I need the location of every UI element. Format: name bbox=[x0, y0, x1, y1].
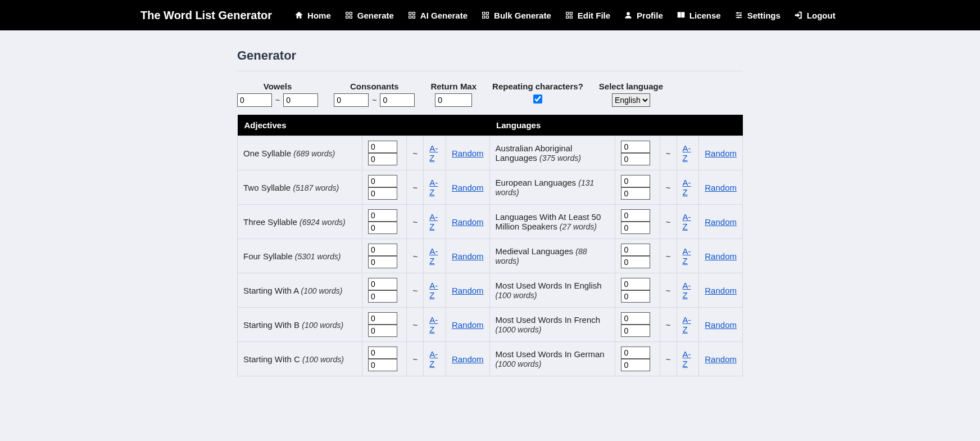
az-link[interactable]: A-Z bbox=[429, 178, 438, 197]
az-link[interactable]: A-Z bbox=[429, 212, 438, 231]
word-count: (100 words) bbox=[496, 291, 537, 300]
right-max-input[interactable] bbox=[621, 325, 650, 337]
nav-home[interactable]: Home bbox=[294, 11, 331, 20]
az-link[interactable]: A-Z bbox=[683, 281, 691, 300]
nav-edit-file[interactable]: Edit File bbox=[565, 11, 610, 20]
word-count: (1000 words) bbox=[496, 359, 542, 368]
left-max-input[interactable] bbox=[368, 256, 397, 268]
left-min-input[interactable] bbox=[368, 312, 397, 325]
left-min-input[interactable] bbox=[368, 175, 397, 187]
right-max-input[interactable] bbox=[621, 222, 650, 234]
az-link[interactable]: A-Z bbox=[683, 178, 691, 197]
row-name: Starting With A (100 words) bbox=[238, 273, 362, 308]
az-link[interactable]: A-Z bbox=[683, 315, 691, 334]
right-max-input[interactable] bbox=[621, 359, 650, 371]
filter-language: Select language English bbox=[599, 82, 663, 107]
row-name: Starting With B (100 words) bbox=[238, 308, 362, 342]
return-max-input[interactable] bbox=[435, 93, 472, 107]
cog-icon bbox=[565, 11, 574, 20]
svg-point-3 bbox=[737, 17, 739, 19]
left-min-input[interactable] bbox=[368, 141, 397, 153]
row-name: Most Used Words In German (1000 words) bbox=[489, 342, 615, 376]
logout-icon bbox=[794, 11, 803, 20]
random-link[interactable]: Random bbox=[452, 183, 484, 192]
range-cell bbox=[362, 342, 407, 376]
right-min-input[interactable] bbox=[621, 141, 650, 153]
right-max-input[interactable] bbox=[621, 290, 650, 303]
category-name: Starting With A bbox=[243, 286, 298, 295]
right-max-input[interactable] bbox=[621, 187, 650, 200]
random-link[interactable]: Random bbox=[452, 354, 484, 364]
az-link[interactable]: A-Z bbox=[683, 246, 691, 266]
range-cell bbox=[615, 239, 660, 273]
table-row: Three Syllable (6924 words) ~ A-Z Random… bbox=[238, 205, 743, 239]
random-link[interactable]: Random bbox=[705, 320, 737, 330]
row-name: Four Syllable (5301 words) bbox=[238, 239, 362, 273]
right-max-input[interactable] bbox=[621, 153, 650, 165]
random-link[interactable]: Random bbox=[705, 148, 737, 158]
left-max-input[interactable] bbox=[368, 187, 397, 200]
right-min-input[interactable] bbox=[621, 175, 650, 187]
left-max-input[interactable] bbox=[368, 359, 397, 371]
language-select[interactable]: English bbox=[612, 93, 650, 107]
tilde-cell: ~ bbox=[660, 136, 677, 170]
random-link[interactable]: Random bbox=[705, 354, 737, 364]
home-icon bbox=[294, 11, 303, 20]
az-link[interactable]: A-Z bbox=[683, 212, 691, 231]
az-link[interactable]: A-Z bbox=[683, 143, 691, 163]
right-max-input[interactable] bbox=[621, 256, 650, 268]
consonants-min-input[interactable] bbox=[334, 93, 369, 107]
nav-ai-generate[interactable]: AI Generate bbox=[407, 11, 468, 20]
random-link[interactable]: Random bbox=[452, 251, 484, 261]
left-min-input[interactable] bbox=[368, 278, 397, 290]
category-name: European Languages bbox=[496, 178, 576, 187]
nav-logout[interactable]: Logout bbox=[794, 11, 836, 20]
random-link[interactable]: Random bbox=[452, 217, 484, 227]
vowels-min-input[interactable] bbox=[237, 93, 272, 107]
right-min-input[interactable] bbox=[621, 244, 650, 256]
repeating-checkbox[interactable] bbox=[533, 94, 542, 104]
az-link[interactable]: A-Z bbox=[429, 246, 438, 266]
random-link[interactable]: Random bbox=[705, 183, 737, 192]
tilde-cell: ~ bbox=[660, 273, 677, 308]
vowels-max-input[interactable] bbox=[283, 93, 318, 107]
random-link[interactable]: Random bbox=[452, 148, 484, 158]
az-link[interactable]: A-Z bbox=[429, 143, 438, 163]
az-link[interactable]: A-Z bbox=[429, 281, 438, 300]
nav-profile[interactable]: Profile bbox=[624, 11, 663, 20]
consonants-max-input[interactable] bbox=[380, 93, 415, 107]
left-max-input[interactable] bbox=[368, 153, 397, 165]
row-name: Most Used Words In French (1000 words) bbox=[489, 308, 615, 342]
left-min-input[interactable] bbox=[368, 244, 397, 256]
tilde-cell: ~ bbox=[407, 170, 424, 205]
right-min-input[interactable] bbox=[621, 278, 650, 290]
nav-license[interactable]: License bbox=[677, 11, 721, 20]
nav-generate[interactable]: Generate bbox=[344, 11, 394, 20]
sliders-icon bbox=[734, 11, 743, 20]
category-name: Four Syllable bbox=[243, 251, 293, 261]
right-min-input[interactable] bbox=[621, 312, 650, 325]
random-link[interactable]: Random bbox=[452, 286, 484, 295]
random-link[interactable]: Random bbox=[705, 286, 737, 295]
left-min-input[interactable] bbox=[368, 209, 397, 222]
left-min-input[interactable] bbox=[368, 346, 397, 359]
tilde-cell: ~ bbox=[407, 205, 424, 239]
right-min-input[interactable] bbox=[621, 209, 650, 222]
random-link[interactable]: Random bbox=[452, 320, 484, 330]
left-max-input[interactable] bbox=[368, 290, 397, 303]
row-name: Medieval Languages (88 words) bbox=[489, 239, 615, 273]
range-cell bbox=[615, 308, 660, 342]
az-link[interactable]: A-Z bbox=[683, 349, 691, 368]
word-count: (100 words) bbox=[301, 286, 343, 295]
range-cell bbox=[615, 205, 660, 239]
nav-bulk-generate[interactable]: Bulk Generate bbox=[481, 11, 551, 20]
az-link[interactable]: A-Z bbox=[429, 315, 438, 334]
right-min-input[interactable] bbox=[621, 346, 650, 359]
left-max-input[interactable] bbox=[368, 222, 397, 234]
left-max-input[interactable] bbox=[368, 325, 397, 337]
random-link[interactable]: Random bbox=[705, 217, 737, 227]
az-link[interactable]: A-Z bbox=[429, 349, 438, 368]
random-link[interactable]: Random bbox=[705, 251, 737, 261]
range-cell bbox=[362, 308, 407, 342]
nav-settings[interactable]: Settings bbox=[734, 11, 781, 20]
